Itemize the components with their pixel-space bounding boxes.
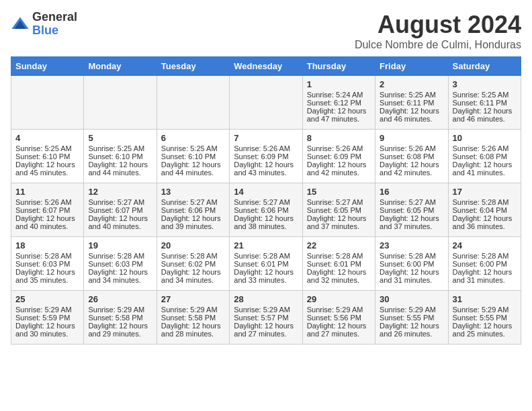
day-number: 22 [307, 240, 371, 250]
day-info: and 43 minutes. [234, 169, 298, 177]
day-info: and 29 minutes. [88, 330, 152, 338]
logo-icon [11, 15, 30, 34]
header-row: SundayMondayTuesdayWednesdayThursdayFrid… [11, 57, 521, 76]
day-info: and 44 minutes. [161, 169, 225, 177]
day-info: Daylight: 12 hours [161, 161, 225, 169]
calendar-cell [11, 76, 84, 130]
day-info: Sunrise: 5:29 AM [307, 306, 371, 314]
day-number: 28 [234, 294, 298, 304]
day-number: 9 [380, 133, 443, 143]
calendar-cell: 5Sunrise: 5:25 AMSunset: 6:10 PMDaylight… [84, 130, 157, 183]
day-info: Sunset: 5:57 PM [234, 314, 298, 322]
day-info: Daylight: 12 hours [453, 107, 517, 115]
day-info: Sunset: 6:11 PM [453, 99, 517, 107]
week-row-4: 18Sunrise: 5:28 AMSunset: 6:03 PMDayligh… [11, 237, 521, 291]
day-info: Sunset: 5:58 PM [161, 314, 225, 322]
day-info: Sunset: 6:02 PM [161, 260, 225, 268]
header-cell-saturday: Saturday [448, 57, 521, 76]
day-info: and 42 minutes. [380, 169, 443, 177]
day-info: Daylight: 12 hours [307, 214, 371, 222]
day-info: Sunrise: 5:29 AM [88, 306, 152, 314]
day-info: and 34 minutes. [161, 276, 225, 284]
calendar-cell: 4Sunrise: 5:25 AMSunset: 6:10 PMDaylight… [11, 130, 84, 183]
day-number: 24 [453, 240, 517, 250]
day-info: Sunset: 6:01 PM [234, 260, 298, 268]
day-info: and 33 minutes. [234, 276, 298, 284]
day-info: Daylight: 12 hours [453, 268, 517, 276]
day-info: Sunset: 5:55 PM [453, 314, 517, 322]
calendar-cell: 3Sunrise: 5:25 AMSunset: 6:11 PMDaylight… [448, 76, 521, 130]
calendar-cell: 23Sunrise: 5:28 AMSunset: 6:00 PMDayligh… [375, 237, 448, 291]
day-info: Sunrise: 5:28 AM [88, 252, 152, 260]
day-info: Daylight: 12 hours [380, 161, 443, 169]
day-info: Daylight: 12 hours [307, 107, 371, 115]
day-info: Sunset: 6:01 PM [307, 260, 371, 268]
day-info: Sunrise: 5:28 AM [234, 252, 298, 260]
calendar-cell: 29Sunrise: 5:29 AMSunset: 5:56 PMDayligh… [302, 291, 375, 345]
day-info: and 27 minutes. [307, 330, 371, 338]
day-number: 18 [15, 240, 79, 250]
calendar-cell: 17Sunrise: 5:28 AMSunset: 6:04 PMDayligh… [448, 183, 521, 237]
day-info: Daylight: 12 hours [453, 214, 517, 222]
header-cell-sunday: Sunday [11, 57, 84, 76]
day-number: 26 [88, 294, 152, 304]
header-cell-tuesday: Tuesday [157, 57, 229, 76]
day-info: Sunset: 6:10 PM [161, 152, 225, 161]
day-number: 1 [307, 79, 371, 89]
day-info: Sunset: 6:06 PM [234, 206, 298, 214]
week-row-5: 25Sunrise: 5:29 AMSunset: 5:59 PMDayligh… [11, 291, 521, 345]
day-number: 21 [234, 240, 298, 250]
calendar-cell: 1Sunrise: 5:24 AMSunset: 6:12 PMDaylight… [302, 76, 375, 130]
logo-text: General Blue [32, 11, 77, 38]
day-info: Sunset: 6:09 PM [307, 152, 371, 161]
calendar-cell: 2Sunrise: 5:25 AMSunset: 6:11 PMDaylight… [375, 76, 448, 130]
day-info: and 40 minutes. [15, 222, 79, 230]
calendar-cell: 22Sunrise: 5:28 AMSunset: 6:01 PMDayligh… [302, 237, 375, 291]
main-title: August 2024 [355, 11, 521, 39]
calendar-cell: 20Sunrise: 5:28 AMSunset: 6:02 PMDayligh… [157, 237, 229, 291]
day-number: 31 [453, 294, 517, 304]
header-cell-wednesday: Wednesday [230, 57, 302, 76]
day-number: 3 [453, 79, 517, 89]
calendar-cell: 9Sunrise: 5:26 AMSunset: 6:08 PMDaylight… [375, 130, 448, 183]
day-info: Sunset: 5:59 PM [15, 314, 79, 322]
day-info: Sunset: 6:08 PM [380, 152, 443, 161]
day-info: and 45 minutes. [15, 169, 79, 177]
day-info: Daylight: 12 hours [380, 322, 443, 330]
day-info: and 38 minutes. [234, 222, 298, 230]
day-number: 13 [161, 187, 225, 197]
calendar-cell: 30Sunrise: 5:29 AMSunset: 5:55 PMDayligh… [375, 291, 448, 345]
day-info: Sunrise: 5:25 AM [453, 91, 517, 99]
day-info: Sunset: 6:12 PM [307, 99, 371, 107]
day-number: 4 [15, 133, 79, 143]
day-info: Daylight: 12 hours [234, 268, 298, 276]
day-info: Sunrise: 5:26 AM [453, 144, 517, 152]
page-header: General Blue August 2024 Dulce Nombre de… [11, 11, 521, 51]
day-number: 29 [307, 294, 371, 304]
day-info: Sunset: 6:00 PM [380, 260, 443, 268]
day-info: Sunrise: 5:25 AM [380, 91, 443, 99]
day-info: Sunset: 6:07 PM [15, 206, 79, 214]
day-info: Sunset: 6:10 PM [15, 152, 79, 161]
day-info: and 26 minutes. [380, 330, 443, 338]
day-info: Sunrise: 5:27 AM [307, 198, 371, 206]
day-info: Daylight: 12 hours [307, 322, 371, 330]
day-info: and 46 minutes. [453, 115, 517, 123]
logo: General Blue [11, 11, 77, 38]
day-info: Sunset: 6:06 PM [161, 206, 225, 214]
day-info: Daylight: 12 hours [15, 322, 79, 330]
calendar-cell: 10Sunrise: 5:26 AMSunset: 6:08 PMDayligh… [448, 130, 521, 183]
day-info: and 37 minutes. [380, 222, 443, 230]
calendar-cell: 26Sunrise: 5:29 AMSunset: 5:58 PMDayligh… [84, 291, 157, 345]
day-info: Sunset: 6:03 PM [88, 260, 152, 268]
day-info: Daylight: 12 hours [307, 268, 371, 276]
day-info: and 30 minutes. [15, 330, 79, 338]
day-info: and 32 minutes. [307, 276, 371, 284]
day-info: Sunset: 5:58 PM [88, 314, 152, 322]
day-info: Daylight: 12 hours [88, 268, 152, 276]
calendar-cell: 25Sunrise: 5:29 AMSunset: 5:59 PMDayligh… [11, 291, 84, 345]
day-info: Daylight: 12 hours [307, 161, 371, 169]
day-info: Sunrise: 5:27 AM [161, 198, 225, 206]
day-info: Sunrise: 5:29 AM [380, 306, 443, 314]
day-info: Sunrise: 5:29 AM [161, 306, 225, 314]
